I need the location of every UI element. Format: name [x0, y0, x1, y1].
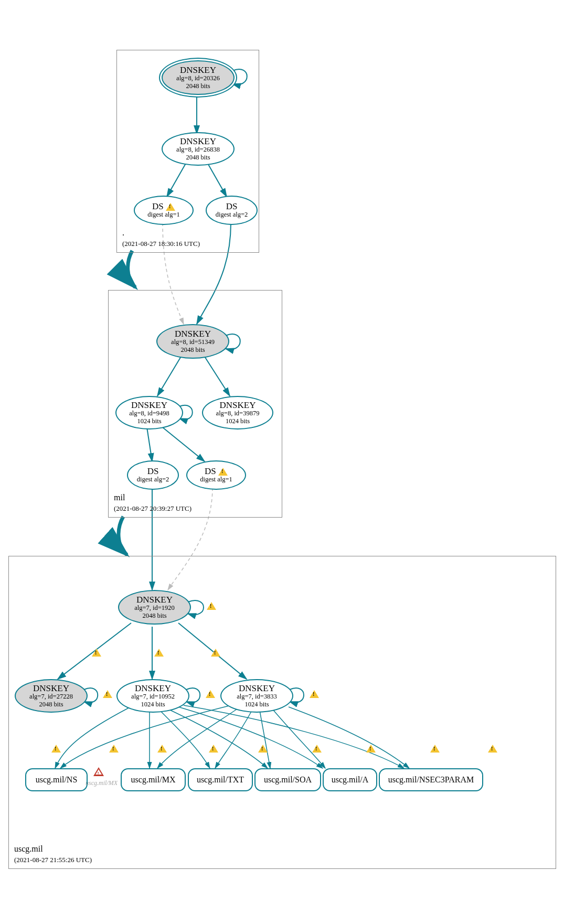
- node-detail: 1024 bits: [137, 417, 161, 425]
- zone-uscg: uscg.mil (2021-08-27 21:55:26 UTC): [8, 556, 556, 869]
- zone-root-label: .: [122, 228, 124, 238]
- node-title: DNSKEY: [239, 684, 275, 693]
- node-detail: 2048 bits: [180, 346, 205, 354]
- warning-icon: [430, 745, 440, 753]
- node-detail: alg=8, id=51349: [171, 338, 215, 346]
- node-root-ksk[interactable]: DNSKEY alg=8, id=20326 2048 bits: [162, 60, 235, 95]
- node-title: DS: [205, 467, 228, 476]
- zone-uscg-label: uscg.mil: [14, 844, 43, 854]
- node-detail: 1024 bits: [226, 417, 250, 425]
- node-detail: 2048 bits: [39, 701, 63, 708]
- zone-mil-timestamp: (2021-08-27 20:39:27 UTC): [114, 504, 191, 513]
- node-title: DNSKEY: [220, 401, 256, 410]
- node-detail: digest alg=1: [147, 211, 180, 219]
- warning-icon: [154, 649, 164, 657]
- node-title: DNSKEY: [131, 401, 167, 410]
- warning-icon: [51, 745, 61, 753]
- node-detail: alg=8, id=9498: [129, 410, 169, 417]
- node-uscg-ksk[interactable]: DNSKEY alg=7, id=1920 2048 bits: [118, 590, 191, 625]
- error-icon: [93, 767, 104, 776]
- warning-icon: [310, 690, 319, 698]
- node-uscg-k10952[interactable]: DNSKEY alg=7, id=10952 1024 bits: [116, 679, 189, 713]
- rrset-ns[interactable]: uscg.mil/NS: [25, 768, 88, 791]
- node-root-zsk[interactable]: DNSKEY alg=8, id=26838 2048 bits: [162, 132, 235, 166]
- warning-icon: [206, 690, 215, 698]
- node-detail: digest alg=1: [200, 476, 232, 484]
- node-root-ds2[interactable]: DS digest alg=2: [206, 196, 258, 225]
- node-detail: alg=8, id=26838: [176, 146, 220, 154]
- zone-mil-label: mil: [114, 493, 125, 502]
- node-title: DS: [147, 467, 159, 476]
- warning-icon: [157, 745, 167, 753]
- node-detail: alg=7, id=1920: [134, 604, 175, 612]
- node-title: DNSKEY: [33, 684, 69, 693]
- zone-root-timestamp: (2021-08-27 18:30:16 UTC): [122, 240, 200, 248]
- node-detail: digest alg=2: [216, 211, 248, 219]
- node-detail: digest alg=2: [137, 476, 169, 484]
- warning-icon: [211, 649, 220, 657]
- rrset-a[interactable]: uscg.mil/A: [323, 768, 377, 791]
- node-detail: 2048 bits: [186, 154, 210, 162]
- zone-uscg-timestamp: (2021-08-27 21:55:26 UTC): [14, 856, 92, 864]
- node-root-ds1[interactable]: DS digest alg=1: [134, 196, 194, 225]
- node-detail: 2048 bits: [142, 612, 166, 620]
- node-detail: alg=8, id=20326: [176, 74, 220, 82]
- node-mil-zsk2[interactable]: DNSKEY alg=8, id=39879 1024 bits: [202, 396, 273, 429]
- node-uscg-k27228[interactable]: DNSKEY alg=7, id=27228 2048 bits: [15, 679, 88, 713]
- warning-icon: [166, 203, 175, 211]
- warning-icon: [207, 602, 216, 610]
- node-uscg-k3833[interactable]: DNSKEY alg=7, id=3833 1024 bits: [220, 679, 293, 713]
- warning-icon: [92, 649, 101, 657]
- rrset-nsec3param[interactable]: uscg.mil/NSEC3PARAM: [379, 768, 483, 791]
- node-title: DS: [226, 202, 238, 211]
- error-label: uscg.mil/MX: [86, 779, 118, 787]
- node-mil-ds2[interactable]: DS digest alg=2: [127, 460, 179, 490]
- node-title: DNSKEY: [135, 684, 171, 693]
- warning-icon: [218, 468, 228, 476]
- node-detail: alg=8, id=39879: [216, 410, 260, 417]
- warning-icon: [109, 745, 119, 753]
- node-title: DS: [152, 202, 175, 211]
- node-detail: 2048 bits: [186, 82, 210, 90]
- rrset-mx[interactable]: uscg.mil/MX: [121, 768, 186, 791]
- rrset-soa[interactable]: uscg.mil/SOA: [254, 768, 321, 791]
- node-title: DNSKEY: [175, 329, 211, 338]
- warning-icon: [103, 690, 112, 698]
- warning-icon: [312, 745, 322, 753]
- warning-icon: [209, 745, 218, 753]
- error-node[interactable]: [93, 767, 104, 778]
- node-detail: alg=7, id=10952: [131, 693, 175, 701]
- node-mil-ksk[interactable]: DNSKEY alg=8, id=51349 2048 bits: [156, 324, 229, 359]
- warning-icon: [366, 745, 376, 753]
- rrset-txt[interactable]: uscg.mil/TXT: [188, 768, 253, 791]
- node-title: DNSKEY: [136, 595, 173, 604]
- node-title: DNSKEY: [180, 137, 216, 146]
- node-mil-ds1[interactable]: DS digest alg=1: [186, 460, 246, 490]
- warning-icon: [258, 745, 268, 753]
- node-title: DNSKEY: [180, 66, 216, 74]
- node-mil-zsk1[interactable]: DNSKEY alg=8, id=9498 1024 bits: [115, 396, 183, 429]
- node-detail: 1024 bits: [141, 701, 165, 708]
- node-detail: alg=7, id=27228: [29, 693, 73, 701]
- node-detail: 1024 bits: [244, 701, 269, 708]
- node-detail: alg=7, id=3833: [237, 693, 277, 701]
- warning-icon: [488, 745, 497, 753]
